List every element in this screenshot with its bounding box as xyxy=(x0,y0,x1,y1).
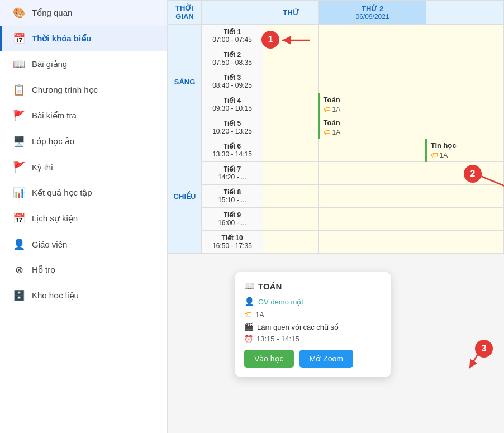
popup-lesson-row: 🎬 Làm quen với các chữ số xyxy=(244,322,382,331)
sidebar-item-bai-giang[interactable]: 📖 Bài giảng xyxy=(0,51,167,77)
sidebar-item-label: Lớp học ảo xyxy=(32,136,74,146)
col-thoi-gian: THỜI GIAN xyxy=(168,1,202,25)
popup-time-row: ⏰ 13:15 - 14:15 xyxy=(244,335,382,343)
table-row: Tiết 815:10 - ... xyxy=(168,185,504,208)
tiet-label: Tiết 107:00 - 07:45 xyxy=(202,25,263,47)
thu-cell xyxy=(263,93,319,116)
step2-arrow xyxy=(478,173,504,198)
flag2-icon: 🚩 xyxy=(13,161,25,173)
person-icon: 👤 xyxy=(13,238,25,250)
thu2-toan2-cell[interactable]: Toán 🏷 1A xyxy=(319,116,426,139)
table-row: Tiết 1016:50 - 17:35 xyxy=(168,231,504,254)
table-row: SÁNG Tiết 107:00 - 07:45 xyxy=(168,25,504,47)
session-sang: SÁNG xyxy=(168,25,202,139)
sidebar-item-label: Bài giảng xyxy=(32,59,67,69)
thu3-cell xyxy=(426,70,504,93)
table-row: Tiết 207:50 - 08:35 xyxy=(168,47,504,70)
sidebar-item-lop-hoc-ao[interactable]: 🖥️ Lớp học ảo xyxy=(0,129,167,154)
video-icon: 🎬 xyxy=(244,322,254,331)
sidebar-item-kho-hoc-lieu[interactable]: 🗄️ Kho học liệu xyxy=(0,283,167,308)
popup-class-row: 🏷 1A xyxy=(244,310,382,319)
subject-class: 🏷 1A xyxy=(324,105,423,113)
thu3-cell xyxy=(426,47,504,70)
timetable: THỜI GIAN THỨ THỨ 2 06/09/2021 SÁNG Tiết… xyxy=(168,0,504,254)
tiet-label: Tiết 207:50 - 08:35 xyxy=(202,47,263,70)
tiet-label: Tiết 1016:50 - 17:35 xyxy=(202,231,263,254)
palette-icon: 🎨 xyxy=(13,7,25,19)
popup-buttons: Vào học Mở Zoom xyxy=(244,350,382,368)
sidebar-item-thoi-khoa-bieu[interactable]: 📅 Thời khóa biểu xyxy=(0,26,167,51)
tiet-label: Tiết 714:20 - ... xyxy=(202,162,263,185)
step-1-circle: 1 xyxy=(261,31,279,49)
svg-line-1 xyxy=(481,176,504,190)
thu3-tin-cell[interactable]: Tin học 🏷 1A xyxy=(426,139,504,162)
user-icon: 👤 xyxy=(244,297,255,307)
table-row: Tiết 916:00 - ... xyxy=(168,208,504,231)
sidebar: 🎨 Tổng quan 📅 Thời khóa biểu 📖 Bài giảng… xyxy=(0,0,168,433)
thu2-toan-cell[interactable]: Toán 🏷 1A xyxy=(319,93,426,116)
sidebar-item-label: Lịch sự kiện xyxy=(32,213,78,223)
mozoom-button[interactable]: Mở Zoom xyxy=(299,350,353,368)
thu2-cell xyxy=(319,185,426,208)
subject-name: Toán xyxy=(324,96,423,104)
help-icon: ⊗ xyxy=(13,264,25,276)
tiet-label: Tiết 308:40 - 09:25 xyxy=(202,70,263,93)
tiet-label: Tiết 409:30 - 10:15 xyxy=(202,93,263,116)
book-popup-icon: 📖 xyxy=(244,281,255,291)
clock-icon: ⏰ xyxy=(244,335,253,343)
table-row: Tiết 510:20 - 13:25 Toán 🏷 1A xyxy=(168,116,504,139)
step3-arrow xyxy=(464,347,492,377)
sidebar-item-label: Kết quả học tập xyxy=(32,188,92,198)
thu-cell xyxy=(263,139,319,162)
thu2-cell xyxy=(319,231,426,254)
thu3-cell xyxy=(426,25,504,47)
thu-cell xyxy=(263,70,319,93)
sidebar-item-label: Tổng quan xyxy=(32,8,72,18)
table-row: Tiết 409:30 - 10:15 Toán 🏷 1A xyxy=(168,93,504,116)
subject-name: Toán xyxy=(324,118,423,127)
sidebar-item-label: Kho học liệu xyxy=(32,291,79,301)
thu-cell xyxy=(263,47,319,70)
sidebar-item-ho-tro[interactable]: ⊗ Hỗ trợ xyxy=(0,257,167,283)
book-icon: 📖 xyxy=(13,58,25,70)
thu-cell xyxy=(263,185,319,208)
sidebar-item-label: Thời khóa biểu xyxy=(32,34,91,44)
tiet-label: Tiết 815:10 - ... xyxy=(202,185,263,208)
vaohoc-button[interactable]: Vào học xyxy=(244,350,294,368)
popup-teacher-row: 👤 GV demo một xyxy=(244,297,382,307)
sidebar-item-bai-kiem-tra[interactable]: 🚩 Bài kiểm tra xyxy=(0,103,167,129)
sidebar-item-giao-vien[interactable]: 👤 Giáo viên xyxy=(0,231,167,257)
tag-icon: 🏷 xyxy=(324,105,331,113)
thu-cell xyxy=(263,208,319,231)
tag-icon: 🏷 xyxy=(324,128,331,136)
tag-icon: 🏷 xyxy=(431,151,438,159)
tiet-label: Tiết 613:30 - 14:15 xyxy=(202,139,263,162)
col-thu: THỨ xyxy=(263,1,319,25)
sidebar-item-label: Bài kiểm tra xyxy=(32,111,77,121)
thu3-cell xyxy=(426,116,504,139)
sidebar-item-chuong-trinh-hoc[interactable]: 📋 Chương trình học xyxy=(0,77,167,103)
sidebar-item-label: Giáo viên xyxy=(32,240,67,249)
subject-popup: 📖 TOÁN 👤 GV demo một 🏷 1A 🎬 Làm quen với… xyxy=(235,272,391,377)
thu2-cell xyxy=(319,70,426,93)
thu2-cell xyxy=(319,208,426,231)
sidebar-item-lich-su-kien[interactable]: 📅 Lịch sự kiện xyxy=(0,206,167,231)
thu3-cell xyxy=(426,208,504,231)
sidebar-item-ket-qua-hoc-tap[interactable]: 📊 Kết quả học tập xyxy=(0,180,167,206)
subject-name: Tin học xyxy=(431,141,500,150)
sidebar-item-label: Hỗ trợ xyxy=(32,265,55,275)
col-tiet xyxy=(202,1,263,25)
thu3-cell xyxy=(426,231,504,254)
session-chieu: CHIỀU xyxy=(168,139,202,254)
tiet-label: Tiết 510:20 - 13:25 xyxy=(202,116,263,139)
sidebar-item-tong-quan[interactable]: 🎨 Tổng quan xyxy=(0,0,167,26)
tag-popup-icon: 🏷 xyxy=(244,310,252,319)
main-content: 1 THỜI GIAN THỨ THỨ 2 06/09/2021 xyxy=(168,0,504,433)
sidebar-item-label: Chương trình học xyxy=(32,85,98,95)
table-row: Tiết 714:20 - ... xyxy=(168,162,504,185)
list-icon: 📋 xyxy=(13,84,25,96)
col-extra xyxy=(426,1,504,25)
monitor-icon: 🖥️ xyxy=(13,135,25,147)
sidebar-item-ky-thi[interactable]: 🚩 Kỳ thi xyxy=(0,154,167,180)
teacher-link[interactable]: GV demo một xyxy=(258,298,303,306)
